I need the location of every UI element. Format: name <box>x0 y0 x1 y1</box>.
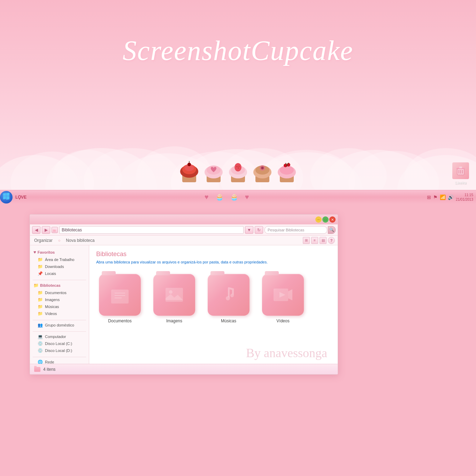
svg-point-46 <box>280 166 294 175</box>
svg-point-62 <box>169 290 172 294</box>
sidebar-item-computer-label: Computador <box>45 335 66 339</box>
minimize-button[interactable]: ─ <box>315 216 322 223</box>
details-pane-button[interactable]: ≡ <box>311 237 318 244</box>
taskbar: LϘVE ♥ 🧁 🧁 ♥ ⊞ ⚑ 📶 🔊 11:15 21/01/2013 <box>0 190 476 204</box>
imagens-icon: 📁 <box>38 297 43 302</box>
sidebar-divider-2 <box>33 320 86 320</box>
explorer-toolbar: ◀ ▶ Bibliotecas ▼ ↻ Pesquisar Biblioteca… <box>30 224 338 236</box>
search-box[interactable]: Pesquisar Bibliotecas <box>264 226 327 234</box>
tray-flag-icon[interactable]: ⚑ <box>433 194 438 200</box>
maximize-button[interactable]: □ <box>322 216 329 223</box>
watermark: By anavessonga <box>246 346 327 360</box>
description-text: Abra uma biblioteca para visualizar os a… <box>96 260 209 264</box>
forward-button[interactable]: ▶ <box>42 226 50 234</box>
folder-icon-musicas <box>208 274 249 316</box>
sidebar-item-desktop[interactable]: 📁 Área de Trabalho <box>30 256 89 263</box>
start-button[interactable] <box>0 191 13 204</box>
content-description: Abra uma biblioteca para visualizar os a… <box>96 260 331 264</box>
sidebar-item-documentos-label: Documentos <box>45 291 67 295</box>
status-count: 4 itens <box>43 367 55 372</box>
back-button[interactable]: ◀ <box>32 226 40 234</box>
cupcakes-decoration <box>179 157 297 183</box>
libraries-label: Bibliotecas <box>40 283 61 287</box>
sidebar-item-homegroup[interactable]: 👥 Grupo doméstico <box>30 322 89 329</box>
sidebar-divider-4 <box>33 357 86 357</box>
taskbar-heart-icon-1: ♥ <box>205 193 209 201</box>
sidebar-section-libraries: 📁 Bibliotecas 📁 Documentos 📁 Imagens 📁 M… <box>30 282 89 317</box>
folder-icon-documentos <box>99 274 141 316</box>
libraries-folder-icon: 📁 <box>33 283 39 288</box>
preview-pane-button[interactable]: ⊞ <box>303 237 310 244</box>
organize-menu[interactable]: Organizar <box>33 237 54 244</box>
address-bar[interactable]: Bibliotecas <box>59 226 244 234</box>
sidebar-item-disk-d-label: Disco Local (D:) <box>45 348 72 353</box>
close-button[interactable]: ✕ <box>329 216 336 223</box>
cupcake-3 <box>228 157 248 183</box>
folder-icon-videos <box>262 274 304 316</box>
explorer-titlebar: ─ □ ✕ <box>30 215 338 224</box>
sidebar-item-network-label: Rede <box>45 360 54 364</box>
views-button[interactable]: ▤ <box>320 237 327 244</box>
folder-item-videos[interactable]: Vídeos <box>259 271 307 326</box>
sidebar-item-imagens[interactable]: 📁 Imagens <box>30 296 89 303</box>
taskbar-start-label: LϘVE <box>15 195 26 200</box>
desktop-background: ScreenshotCupcake <box>0 0 476 190</box>
downloads-folder-icon: 📁 <box>38 264 43 269</box>
locais-icon: 📌 <box>38 271 43 276</box>
svg-point-64 <box>230 294 234 297</box>
svg-point-42 <box>261 167 263 169</box>
sidebar-item-locais-label: Locais <box>45 271 56 276</box>
taskbar-cupcake-icon-1: 🧁 <box>216 193 223 201</box>
cupcake-4 <box>252 157 273 183</box>
view-controls: ⊞ ≡ ▤ ? <box>303 237 335 244</box>
sidebar-item-documentos[interactable]: 📁 Documentos <box>30 289 89 296</box>
svg-point-33 <box>237 166 238 167</box>
svg-rect-56 <box>53 229 54 230</box>
explorer-statusbar: 4 itens <box>30 364 338 374</box>
disk-c-icon: 💿 <box>38 341 43 346</box>
tray-volume-icon[interactable]: 🔊 <box>448 194 454 200</box>
disk-d-icon: 💿 <box>38 348 43 353</box>
sidebar-item-videos[interactable]: 📁 Vídeos <box>30 310 89 317</box>
sidebar-item-disk-d[interactable]: 💿 Disco Local (D:) <box>30 347 89 354</box>
sidebar-item-network[interactable]: 🌐 Rede <box>30 359 89 364</box>
search-button[interactable]: 🔍 <box>328 226 336 234</box>
taskbar-date: 21/01/2013 <box>456 197 473 202</box>
status-folder-icon <box>34 367 40 372</box>
description-link[interactable]: pasta, data e outras propriedades. <box>209 260 268 264</box>
tray-signal-icon[interactable]: 📶 <box>440 194 446 200</box>
sidebar-item-disk-c[interactable]: 💿 Disco Local (C:) <box>30 340 89 347</box>
help-button[interactable]: ? <box>328 237 335 244</box>
folder-label-videos: Vídeos <box>276 318 289 323</box>
folder-item-documentos[interactable]: Documentos <box>96 271 144 326</box>
refresh-button[interactable]: ↻ <box>255 226 263 234</box>
folder-item-musicas[interactable]: Músicas <box>205 271 252 326</box>
address-text: Bibliotecas <box>62 228 82 232</box>
sidebar-item-downloads[interactable]: 📁 Downloads <box>30 263 89 270</box>
windows-icon <box>2 192 10 202</box>
explorer-body: ♥ Favoritos 📁 Área de Trabalho 📁 Downloa… <box>30 245 338 364</box>
folder-label-musicas: Músicas <box>221 318 236 323</box>
homegroup-icon: 👥 <box>38 323 43 328</box>
sidebar-item-downloads-label: Downloads <box>45 264 64 269</box>
sidebar-item-computer[interactable]: 💻 Computador <box>30 333 89 340</box>
cupcake-1 <box>179 157 200 183</box>
folder-item-imagens[interactable]: Imagens <box>151 271 198 326</box>
address-dropdown-button[interactable]: ▼ <box>245 226 253 234</box>
svg-point-34 <box>238 168 239 169</box>
sidebar-item-imagens-label: Imagens <box>45 298 60 302</box>
sidebar-item-musicas-label: Músicas <box>45 305 59 309</box>
content-heading: Bibliotecas <box>96 251 331 258</box>
tray-windows-icon[interactable]: ⊞ <box>427 194 431 200</box>
new-library-menu[interactable]: Nova biblioteca <box>64 237 96 244</box>
computer-icon: 💻 <box>38 334 43 339</box>
recycle-bin[interactable]: Lixeira <box>452 162 469 185</box>
folders-grid: Documentos Imagens <box>96 271 331 326</box>
cupcake-5 <box>276 157 297 183</box>
sidebar-item-locais[interactable]: 📌 Locais <box>30 270 89 277</box>
folder-up-button[interactable] <box>52 227 58 233</box>
search-placeholder: Pesquisar Bibliotecas <box>268 228 304 232</box>
taskbar-right: ⊞ ⚑ 📶 🔊 11:15 21/01/2013 <box>427 193 476 202</box>
main-content: Bibliotecas Abra uma biblioteca para vis… <box>89 245 338 364</box>
sidebar-item-musicas[interactable]: 📁 Músicas <box>30 303 89 310</box>
